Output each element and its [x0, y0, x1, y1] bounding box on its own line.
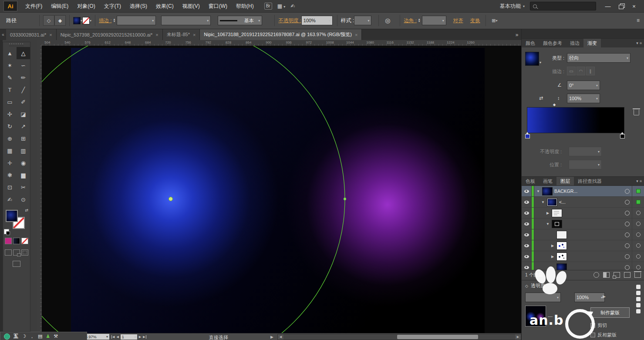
scrollbar-track[interactable]: [283, 334, 515, 340]
stroke-panel-link[interactable]: 描边 :: [99, 17, 111, 24]
scroll-right-icon[interactable]: ▶: [515, 334, 521, 340]
previous-artboard-icon[interactable]: ◀: [116, 335, 118, 339]
panel-tab[interactable]: 图层: [556, 177, 574, 185]
panel-tab[interactable]: 颜色: [522, 39, 539, 47]
document-tab[interactable]: Nipic_10673188_20191219225216978087.ai @…: [200, 29, 362, 40]
swap-fill-stroke-icon[interactable]: ⇄: [25, 208, 28, 212]
close-tab-icon[interactable]: ×: [355, 32, 357, 37]
selection-indicator[interactable]: [636, 222, 641, 226]
gradient-type-dropdown[interactable]: 径向▾: [567, 53, 631, 63]
corner-link[interactable]: 边角 :: [404, 17, 416, 24]
search-box[interactable]: [530, 2, 596, 10]
status-expand-icon[interactable]: ▶: [270, 335, 273, 339]
layer-row[interactable]: ▼ <...: [522, 197, 644, 208]
expand-arrow-icon[interactable]: ▼: [541, 200, 545, 204]
convert-anchor-smooth-icon[interactable]: ◆: [54, 15, 66, 26]
none-mode-button[interactable]: [21, 238, 28, 244]
recolor-artwork-icon[interactable]: ◎: [382, 16, 393, 25]
horizontal-ruler[interactable]: 504 540 576 612 648 684 720 756 792 828 …: [42, 40, 521, 46]
menu-item[interactable]: 窗口(W): [204, 0, 232, 12]
pencil-tool[interactable]: ✏: [17, 71, 30, 84]
eyedropper-tool[interactable]: ✛: [3, 157, 17, 169]
first-artboard-icon[interactable]: ◀: [111, 335, 115, 339]
panel-tab[interactable]: 颜色参考: [539, 39, 566, 47]
ime-settings-icon[interactable]: ⚒: [54, 333, 58, 340]
column-graph-tool[interactable]: ▆: [17, 169, 30, 181]
transparency-opacity-dropdown[interactable]: 100%▾: [574, 293, 605, 302]
layer-name[interactable]: BACKGR...: [554, 189, 577, 194]
menu-item[interactable]: 效果(C): [152, 0, 178, 12]
target-circle-icon[interactable]: [625, 200, 630, 205]
gradient-midpoint-diamond[interactable]: ◆: [553, 103, 556, 107]
menu-item[interactable]: 帮助(H): [232, 0, 258, 12]
object-thumbnail[interactable]: [525, 306, 546, 327]
ime-fullwidth-icon[interactable]: ☽: [22, 333, 26, 340]
locate-object-icon[interactable]: [593, 272, 599, 278]
stop-location-dropdown[interactable]: ▾: [569, 160, 602, 169]
workspace-switcher[interactable]: 基本功能▾: [500, 3, 525, 10]
target-circle-icon[interactable]: [625, 211, 630, 215]
expand-arrow-icon[interactable]: ▼: [546, 222, 550, 226]
close-tab-icon[interactable]: ×: [193, 32, 196, 37]
target-circle-icon[interactable]: [625, 243, 630, 248]
stop-opacity-dropdown[interactable]: ▾: [569, 147, 602, 156]
layer-row[interactable]: [522, 229, 644, 240]
zoom-tool[interactable]: ⊙: [17, 193, 30, 205]
selection-indicator[interactable]: [636, 265, 641, 269]
next-artboard-icon[interactable]: ▶: [139, 335, 141, 339]
selection-indicator[interactable]: [636, 254, 641, 259]
fill-swatch[interactable]: [6, 210, 18, 222]
selection-indicator[interactable]: [636, 211, 641, 215]
control-panel-menu-icon[interactable]: ≡: [637, 17, 644, 24]
selection-indicator[interactable]: [636, 189, 641, 193]
lasso-tool[interactable]: ∽: [17, 59, 30, 71]
gradient-tool[interactable]: ▥: [17, 145, 30, 157]
hand-tool[interactable]: ✍: [3, 193, 17, 205]
corner-stepper[interactable]: ▲▼: [418, 18, 421, 23]
stroke-color-swatch[interactable]: [82, 17, 90, 24]
paintbrush-tool[interactable]: ✐: [17, 96, 30, 108]
scroll-left-icon[interactable]: ◀: [278, 334, 283, 340]
stroke-gradient-along-icon[interactable]: ◠: [577, 67, 585, 75]
expand-arrow-icon[interactable]: ▶: [550, 255, 555, 259]
panel-menu-icon[interactable]: ≡: [640, 41, 642, 45]
current-tool-indicator[interactable]: 直接选择: [209, 334, 228, 340]
stroke-gradient-across-icon[interactable]: ∥: [586, 67, 595, 75]
reverse-gradient-icon[interactable]: ⇄: [539, 95, 543, 101]
expand-arrow-icon[interactable]: ▶: [546, 211, 550, 215]
close-tab-icon[interactable]: ×: [49, 32, 52, 37]
gradient-slider-bar[interactable]: [527, 107, 624, 133]
arrange-documents-icon[interactable]: ▦ ▾: [277, 3, 286, 9]
gradient-circle-path[interactable]: [42, 46, 345, 333]
isolate-selection-icon[interactable]: ⊞ ▾: [489, 16, 500, 25]
width-profile-dropdown[interactable]: ▾: [161, 16, 211, 25]
visibility-toggle[interactable]: [522, 229, 532, 240]
last-artboard-icon[interactable]: ▶: [143, 335, 146, 339]
target-circle-icon[interactable]: [625, 254, 630, 259]
gradient-swatch[interactable]: [525, 52, 539, 66]
make-mask-button[interactable]: 制作蒙版: [590, 307, 630, 318]
opacity-slider-arrow-icon[interactable]: ▶: [603, 294, 606, 299]
eraser-tool[interactable]: ◪: [17, 108, 30, 120]
visibility-toggle[interactable]: [522, 197, 532, 207]
layer-row[interactable]: ▼: [522, 219, 644, 229]
new-sublayer-icon[interactable]: [614, 272, 620, 278]
scrollbar-handle[interactable]: [397, 335, 478, 339]
symbol-sprayer-tool[interactable]: ❃: [3, 169, 17, 181]
layer-row[interactable]: ▶: [522, 208, 644, 219]
panel-tab[interactable]: 渐变: [583, 39, 601, 47]
direct-selection-tool[interactable]: △: [17, 47, 30, 59]
brush-definition-dropdown[interactable]: 基本▾: [218, 16, 262, 25]
gradient-aspect-dropdown[interactable]: 100%▾: [567, 94, 600, 103]
panel-tab[interactable]: 画笔: [539, 177, 556, 185]
align-link[interactable]: 对齐: [453, 17, 463, 24]
layer-row[interactable]: ▶: [522, 240, 644, 251]
stroke-weight-dropdown[interactable]: ▾: [117, 16, 156, 25]
gradient-center-anchor[interactable]: [169, 197, 173, 201]
default-fill-stroke-icon[interactable]: [4, 229, 9, 234]
selection-indicator[interactable]: [636, 200, 641, 204]
new-layer-icon[interactable]: [624, 272, 631, 278]
document-viewport[interactable]: [42, 46, 521, 333]
screen-mode-button[interactable]: [13, 261, 20, 267]
menu-item[interactable]: 对象(O): [73, 0, 99, 12]
